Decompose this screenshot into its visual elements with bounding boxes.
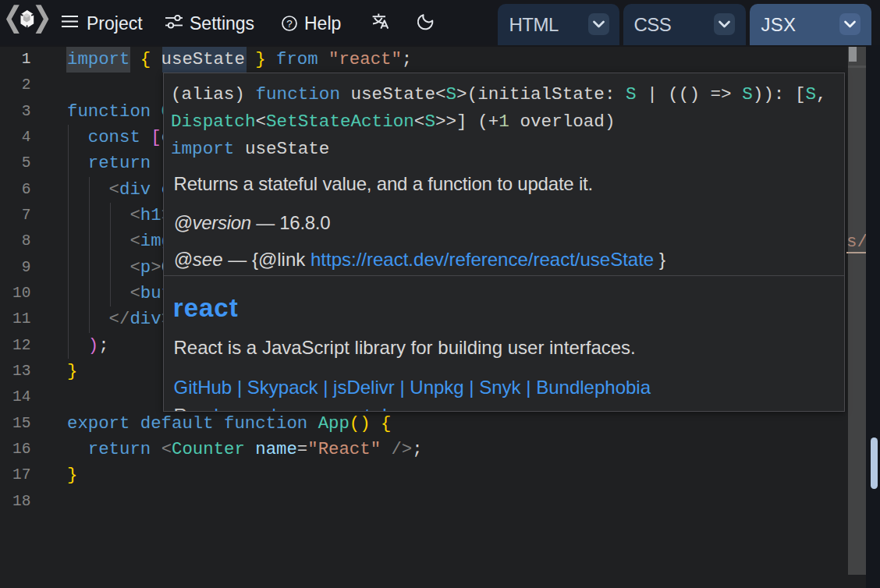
svg-text:?: ? [286,18,293,30]
